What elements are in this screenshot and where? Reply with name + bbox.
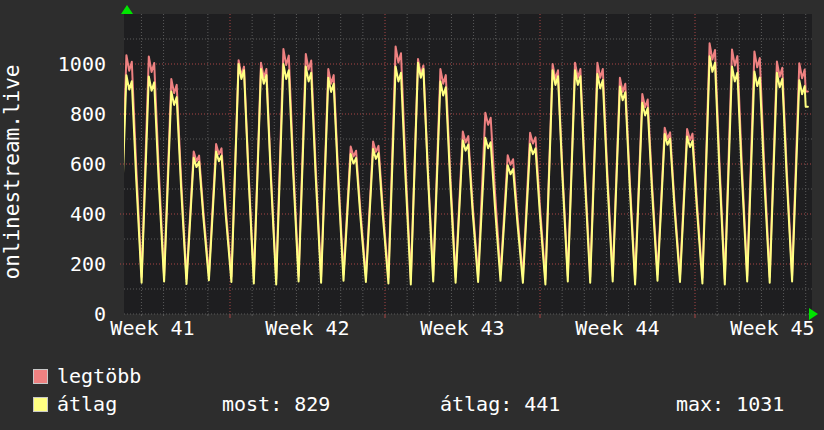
legend-row-max: legtöbb: [33, 366, 141, 386]
stat-most: most:829: [222, 393, 330, 415]
y-axis-arrow-icon: [121, 5, 133, 14]
stat-max-label: max:: [676, 393, 724, 415]
stat-most-value: 829: [294, 393, 330, 415]
legend-swatch-legtobb-icon: [33, 369, 48, 384]
x-tick-label: Week 45: [693, 317, 824, 339]
legend-label-atlag: átlag: [57, 394, 117, 414]
stat-avg-value: 441: [524, 393, 560, 415]
chart-canvas: [118, 14, 818, 322]
x-tick-label: Week 42: [228, 317, 388, 339]
stat-most-label: most:: [222, 393, 282, 415]
stat-avg-label: átlag:: [440, 393, 512, 415]
y-tick-label: 600: [2, 153, 106, 175]
legend-swatch-atlag-icon: [33, 397, 48, 412]
legend-label-legtobb: legtöbb: [57, 366, 141, 386]
y-tick-label: 200: [2, 253, 106, 275]
plot-area: [124, 14, 812, 314]
monitoring-graph: onlinestream.live 02004006008001000 Week…: [0, 0, 824, 430]
legend-row-avg: átlag: [33, 394, 117, 414]
stat-max: max:1031: [676, 393, 784, 415]
x-tick-label: Week 43: [383, 317, 543, 339]
y-tick-label: 800: [2, 103, 106, 125]
x-tick-label: Week 44: [538, 317, 698, 339]
stat-max-value: 1031: [736, 393, 784, 415]
stat-avg: átlag:441: [440, 393, 560, 415]
x-tick-label: Week 41: [73, 317, 233, 339]
y-tick-label: 400: [2, 203, 106, 225]
y-tick-label: 1000: [2, 53, 106, 75]
